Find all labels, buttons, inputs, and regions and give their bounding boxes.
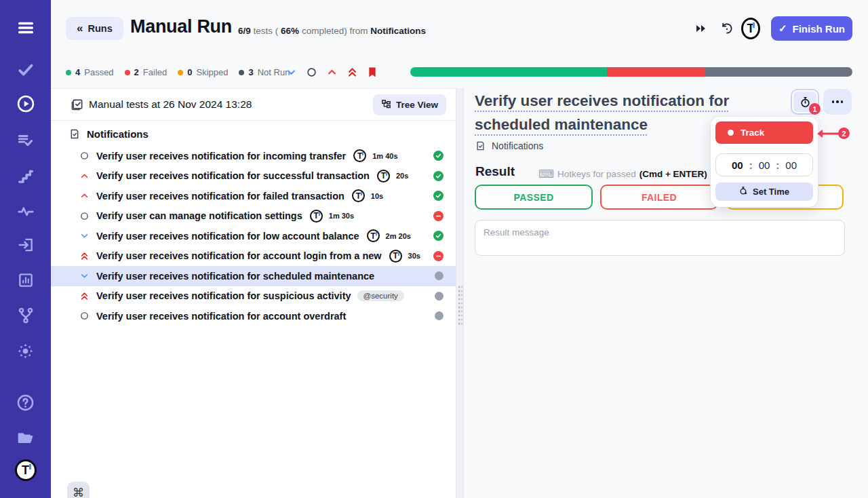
chevron-down-icon[interactable] (285, 66, 297, 78)
test-row[interactable]: Verify user can manage notification sett… (51, 206, 456, 227)
sidebar-folder-icon[interactable] (0, 425, 51, 448)
circle-priority-icon[interactable] (79, 151, 90, 160)
result-message-input[interactable] (475, 220, 845, 256)
app-logo-icon: T (15, 459, 37, 481)
double-chevron-up-icon[interactable] (346, 66, 358, 78)
test-list-panel: Manual tests at 26 Nov 2024 13:28 Tree V… (51, 88, 456, 498)
passed-check-icon (433, 231, 443, 241)
test-row[interactable]: Verify user receives notification for fa… (51, 186, 456, 206)
sidebar-sign-in-icon[interactable] (0, 233, 51, 256)
test-row[interactable]: Verify user receives notification for sc… (51, 266, 456, 286)
chevron-down-icon[interactable] (79, 271, 90, 280)
chevron-up-icon[interactable] (326, 66, 338, 78)
test-duration: 20s (396, 172, 408, 180)
detail-suite-label: Notifications (492, 140, 543, 151)
test-tag[interactable]: @security (357, 290, 404, 301)
notrun-dot-icon (435, 271, 443, 280)
seconds-input[interactable]: 00 (785, 159, 797, 171)
test-title: Verify user receives notification for fa… (96, 191, 344, 202)
test-row[interactable]: Verify user receives notification for ac… (51, 306, 456, 326)
sidebar-bar-chart-icon[interactable] (0, 269, 51, 292)
set-time-button[interactable]: Set Time (715, 183, 813, 201)
sidebar-pulse-icon[interactable] (0, 199, 51, 223)
count-not-run[interactable]: 3Not Run (239, 67, 290, 77)
percent-completed: 66% (281, 26, 299, 36)
sidebar-app-logo-icon[interactable]: T (0, 459, 51, 482)
fast-forward-icon[interactable] (692, 19, 711, 38)
minutes-input[interactable]: 00 (759, 159, 770, 171)
sidebar-steps-icon[interactable] (0, 165, 51, 188)
chevron-up-icon[interactable] (79, 172, 90, 180)
failed-result-button[interactable]: FAILED (600, 185, 718, 210)
automation-logo-icon: T (389, 250, 402, 263)
logo-icon[interactable]: T (741, 19, 760, 38)
app-sidebar: T (0, 0, 51, 498)
test-rows: Verify user receives notification for in… (51, 146, 456, 326)
sidebar-help-icon[interactable] (0, 391, 51, 414)
sidebar-list-check-icon[interactable] (0, 129, 51, 152)
double-chevron-up-icon[interactable] (79, 291, 90, 301)
test-title: Verify user receives notification for in… (96, 151, 346, 161)
finish-run-button[interactable]: ✓ Finish Run (771, 16, 852, 41)
count-skipped[interactable]: 0Skipped (178, 67, 228, 77)
double-chevron-up-icon[interactable] (79, 251, 90, 261)
tree-view-button[interactable]: Tree View (373, 94, 446, 115)
test-row[interactable]: Verify user receives notification for su… (51, 166, 456, 187)
circle-icon[interactable] (305, 66, 317, 78)
bookmark-icon[interactable] (366, 66, 378, 78)
test-title: Verify user receives notification for su… (96, 170, 370, 181)
divider-drag-handle[interactable] (458, 285, 462, 326)
test-duration: 30s (408, 252, 420, 260)
test-duration: 1m 30s (329, 212, 354, 220)
automation-logo-icon: T (310, 210, 323, 223)
test-title: Verify user receives notification for sc… (96, 271, 374, 282)
chevron-up-icon[interactable] (79, 191, 90, 200)
test-detail-panel: Verify user receives notification for sc… (464, 75, 868, 498)
count-passed[interactable]: 4Passed (66, 67, 114, 77)
passed-check-icon (433, 191, 443, 201)
record-dot-icon (728, 130, 734, 136)
circle-priority-icon[interactable] (79, 311, 90, 320)
status-dot-icon (178, 70, 183, 75)
more-options-button[interactable] (823, 89, 852, 115)
suite-group-row[interactable]: Notifications (69, 128, 149, 140)
hours-input[interactable]: 00 (732, 159, 743, 171)
check-icon (17, 61, 35, 79)
passed-result-button[interactable]: PASSED (475, 185, 593, 210)
ellipsis-icon (832, 100, 844, 103)
track-button[interactable]: Track (715, 121, 813, 144)
sidebar-git-branch-icon[interactable] (0, 304, 51, 327)
test-list-header: Manual tests at 26 Nov 2024 13:28 Tree V… (51, 89, 456, 121)
track-popup: Track 00 : 00 : 00 Set Time (711, 117, 818, 207)
test-title: Verify user can manage notification sett… (96, 210, 302, 221)
test-status-badge (435, 271, 443, 280)
suite-group-label: Notifications (87, 128, 149, 140)
sidebar-menu-icon[interactable] (0, 16, 51, 39)
help-icon (16, 394, 35, 412)
run-timestamp-title: Manual tests at 26 Nov 2024 13:28 (89, 98, 252, 111)
circle-priority-icon[interactable] (79, 212, 90, 221)
chevron-down-icon[interactable] (79, 231, 90, 240)
sidebar-play-circle-icon[interactable] (0, 92, 51, 115)
back-to-runs-button[interactable]: « Runs (66, 17, 123, 40)
double-chevron-left-icon: « (77, 22, 83, 35)
result-heading: Result (475, 164, 515, 179)
command-shortcut-button[interactable]: ⌘ (67, 482, 90, 498)
test-row[interactable]: Verify user receives notification for in… (51, 146, 456, 166)
count-failed[interactable]: 2Failed (125, 67, 167, 77)
annotation-step-2-badge: 2 (838, 128, 850, 139)
test-row[interactable]: Verify user receives notification for lo… (51, 226, 456, 246)
panel-divider (456, 88, 464, 498)
test-row[interactable]: Verify user receives notification for ac… (51, 246, 456, 267)
git-branch-icon (17, 307, 35, 324)
sidebar-gear-icon[interactable] (0, 339, 51, 362)
test-status-badge (435, 292, 443, 301)
list-check-icon (17, 132, 35, 149)
test-row[interactable]: Verify user receives notification for su… (51, 286, 456, 307)
retry-timer-icon[interactable] (717, 19, 736, 38)
source-suite: Notifications (370, 26, 426, 36)
test-status-badge (433, 251, 443, 261)
detail-suite-row[interactable]: Notifications (475, 140, 543, 151)
sidebar-check-icon[interactable] (0, 58, 51, 81)
test-duration: 10s (371, 192, 383, 200)
